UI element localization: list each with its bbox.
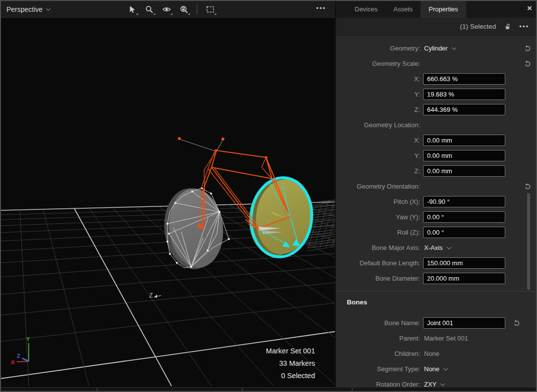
selection-overlay: Marker Set 001 33 Markers 0 Selected xyxy=(266,347,315,380)
pitch-input[interactable] xyxy=(423,196,505,207)
property-row-location-y: Y: xyxy=(336,148,537,163)
bone-diameter-input[interactable] xyxy=(423,273,505,284)
bone-major-axis-value: X-Axis xyxy=(424,244,443,251)
property-label: Z: xyxy=(336,106,420,113)
tool-caret xyxy=(170,13,172,15)
property-row-geometry-location: Geometry Location: xyxy=(336,117,537,133)
axis-gizmo: X Y Z xyxy=(11,336,30,365)
splitter-tick xyxy=(97,388,98,392)
splitter-tick xyxy=(352,388,353,392)
select-tool-icon[interactable] xyxy=(125,3,138,16)
close-icon[interactable]: × xyxy=(527,4,532,12)
segment-type-value: None xyxy=(424,365,439,373)
rotation-order-value: ZXY xyxy=(424,381,436,387)
geometry-scale-z-input[interactable] xyxy=(423,104,505,115)
geometry-value: Cylinder xyxy=(424,45,448,52)
property-row-scale-x: X: xyxy=(336,71,537,87)
geometry-location-x-input[interactable] xyxy=(423,135,505,146)
property-row-geometry-scale: Geometry Scale: xyxy=(336,56,537,71)
selected-count-label: (1) Selected xyxy=(460,23,496,30)
viewport-canvas[interactable]: X Y Z Z Marker Set 001 33 Markers 0 Sele… xyxy=(0,0,335,387)
property-row-children: Children: None xyxy=(336,346,537,361)
property-label: Z: xyxy=(336,167,420,175)
unlock-icon[interactable] xyxy=(504,23,511,30)
property-label: Geometry: xyxy=(336,45,420,52)
tool-caret xyxy=(153,13,155,15)
property-row-scale-y: Y: xyxy=(336,87,537,102)
property-row-bone-major-axis: Bone Major Axis: X-Axis xyxy=(336,240,537,255)
3d-viewport[interactable]: X Y Z Z Marker Set 001 33 Markers 0 Sele… xyxy=(0,0,335,387)
zoom-tool-icon[interactable] xyxy=(143,3,156,16)
overlay-asset-name: Marker Set 001 xyxy=(266,347,315,355)
toolbar-separator xyxy=(197,4,197,14)
tab-devices[interactable]: Devices xyxy=(347,1,385,18)
geometry-dropdown[interactable]: Cylinder xyxy=(424,45,456,52)
overlay-selected-count: 0 Selected xyxy=(281,372,315,380)
property-label: Bone Major Axis: xyxy=(336,244,420,251)
bottom-splitter-bar[interactable] xyxy=(0,387,537,392)
roll-input[interactable] xyxy=(423,227,505,238)
chevron-down-icon xyxy=(446,245,451,249)
properties-panel: Devices Assets Properties × (1) Selected… xyxy=(335,0,537,387)
gizmo-y-label: Y xyxy=(26,336,30,342)
bone-major-axis-dropdown[interactable]: X-Axis xyxy=(424,244,451,251)
geometry-location-y-input[interactable] xyxy=(423,150,505,161)
property-label: Default Bone Length: xyxy=(336,259,420,267)
reset-icon[interactable] xyxy=(524,183,531,190)
chevron-down-icon xyxy=(46,6,51,11)
property-row-scale-z: Z: xyxy=(336,102,537,117)
viewport-more-menu[interactable]: ••• xyxy=(316,4,326,12)
application-window: X Y Z Z Marker Set 001 33 Markers 0 Sele… xyxy=(0,0,537,392)
viewport-toolbar: Perspective xyxy=(0,0,335,19)
camera-view-dropdown[interactable]: Perspective xyxy=(6,5,50,13)
property-label: Parent: xyxy=(336,335,420,342)
children-value: None xyxy=(424,350,439,357)
property-label: X: xyxy=(336,137,420,144)
geometry-location-z-input[interactable] xyxy=(423,165,505,177)
camera-view-label: Perspective xyxy=(6,5,43,13)
property-row-location-z: Z: xyxy=(336,163,537,179)
yaw-input[interactable] xyxy=(423,211,505,223)
property-label: Geometry Location: xyxy=(336,121,420,129)
property-label: Rotation Order: xyxy=(336,381,420,387)
property-label: Roll (Z): xyxy=(336,229,420,236)
property-row-segment-type: Segment Type: None xyxy=(336,361,537,377)
geometry-scale-x-input[interactable] xyxy=(423,73,505,85)
property-row-pitch: Pitch (X): xyxy=(336,194,537,209)
rotation-order-dropdown[interactable]: ZXY xyxy=(424,381,444,387)
svg-text:Z: Z xyxy=(149,292,153,299)
reset-icon[interactable] xyxy=(513,319,520,327)
visibility-tool-icon[interactable] xyxy=(160,3,173,16)
tab-assets[interactable]: Assets xyxy=(385,1,421,18)
bones-section: Bones Bone Name: Parent: Marker Set 001 … xyxy=(336,291,537,387)
property-label: Segment Type: xyxy=(336,365,420,373)
reset-icon[interactable] xyxy=(524,45,531,52)
segment-type-dropdown[interactable]: None xyxy=(424,365,447,373)
viewport-tools xyxy=(125,3,216,16)
chevron-down-icon xyxy=(440,381,445,386)
default-bone-length-input[interactable] xyxy=(423,257,505,269)
tab-properties[interactable]: Properties xyxy=(421,1,466,18)
property-row-rotation-order: Rotation Order: ZXY xyxy=(336,377,537,387)
property-label: Yaw (Y): xyxy=(336,213,420,221)
scrollbar-thumb[interactable] xyxy=(527,193,530,290)
tool-caret xyxy=(136,13,138,15)
zoom-lock-tool-icon[interactable] xyxy=(177,3,190,16)
reset-icon[interactable] xyxy=(524,60,531,67)
property-row-geometry: Geometry: Cylinder xyxy=(336,41,537,56)
property-label: Children: xyxy=(336,350,420,357)
marquee-select-icon[interactable] xyxy=(204,3,216,16)
property-row-parent: Parent: Marker Set 001 xyxy=(336,331,537,346)
chevron-down-icon xyxy=(451,45,456,50)
gray-cylinder-bone[interactable] xyxy=(161,186,227,272)
property-row-geometry-orientation: Geometry Orientation: xyxy=(336,179,537,194)
property-row-default-bone-length: Default Bone Length: xyxy=(336,255,537,271)
selection-header: (1) Selected ••• xyxy=(336,18,537,36)
geometry-scale-y-input[interactable] xyxy=(423,89,505,100)
property-label: Bone Diameter: xyxy=(336,275,420,282)
chevron-down-icon xyxy=(443,366,448,371)
panel-more-menu[interactable]: ••• xyxy=(519,23,529,30)
splitter-tick xyxy=(242,388,243,392)
property-row-location-x: X: xyxy=(336,133,537,148)
bone-name-input[interactable] xyxy=(423,317,505,329)
